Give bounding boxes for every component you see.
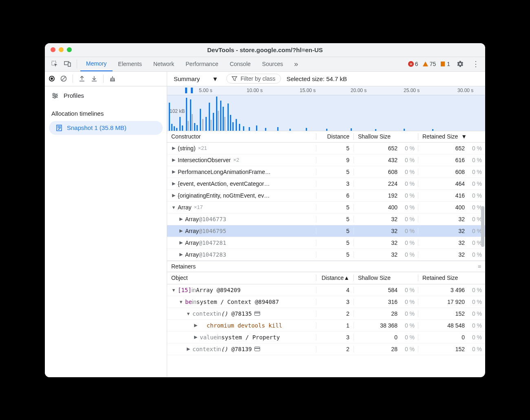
retainer-row[interactable]: ▶value in system / Property 3 00 % 00 % (167, 332, 485, 343)
timeline-bar (200, 109, 201, 131)
allocation-timeline[interactable]: 5.00 s 10.00 s 15.00 s 20.00 s 25.00 s 3… (167, 86, 485, 131)
filter-input[interactable]: Filter by class (226, 74, 281, 84)
window-title: DevTools - store.google.com/?hl=en-US (45, 46, 485, 53)
timeline-bar (205, 117, 207, 131)
col-distance[interactable]: Distance▲ (316, 275, 354, 281)
errors-badge[interactable]: ✕ 6 (408, 61, 418, 67)
timeline-bar (351, 128, 352, 131)
col-object[interactable]: Object (167, 275, 316, 281)
retainer-row[interactable]: ▼context in () @78135 2 280 % 1520 % (167, 308, 485, 320)
retainer-row[interactable]: ▼be in system / Context @894087 3 3160 %… (167, 296, 485, 308)
table-body: ▶(string)×21 5 6520 % 6520 % ▶Intersecti… (167, 143, 485, 261)
device-icon[interactable] (62, 58, 73, 70)
retainer-row[interactable]: ▶context in () @78139 2 280 % 1520 % (167, 343, 485, 355)
table-row[interactable]: ▶Array @1046795 5 320 % 320 % (167, 225, 485, 237)
clear-icon[interactable] (60, 75, 67, 82)
col-retained[interactable]: Retained Size▼ (418, 133, 485, 140)
col-shallow[interactable]: Shallow Size (354, 275, 418, 281)
error-icon: ✕ (408, 61, 414, 67)
separator (103, 75, 104, 83)
titlebar: DevTools - store.google.com/?hl=en-US (45, 43, 485, 57)
snapshot-label: Snapshot 1 (35.8 MB) (67, 124, 126, 131)
upload-icon[interactable] (79, 75, 85, 82)
timeline-bar (227, 103, 229, 131)
table-row[interactable]: ▶Array @1046773 5 320 % 320 % (167, 213, 485, 225)
profiles-header[interactable]: Profiles (45, 86, 167, 103)
timeline-bar (197, 125, 198, 131)
timeline-bar (202, 119, 203, 131)
gear-icon[interactable] (454, 60, 466, 68)
timeline-bar (179, 117, 181, 131)
timeline-bars (167, 95, 485, 131)
table-row[interactable]: ▶(string)×21 5 6520 % 6520 % (167, 143, 485, 154)
svg-point-6 (53, 93, 55, 95)
record-icon[interactable] (49, 76, 55, 81)
col-shallow[interactable]: Shallow Size (354, 133, 418, 140)
timeline-bar (326, 129, 327, 131)
issues-badge[interactable]: 1 (440, 61, 450, 67)
timeline-bar (216, 97, 217, 131)
table-row[interactable]: ▶Array @1047281 5 320 % 320 % (167, 237, 485, 249)
tab-elements[interactable]: Elements (113, 57, 148, 71)
menu-icon[interactable]: ≡ (478, 263, 481, 270)
tab-network[interactable]: Network (148, 57, 180, 71)
content-pane: Summary ▼ Filter by class Selected size:… (167, 72, 485, 377)
selection-handle-right[interactable] (191, 88, 193, 93)
table-row[interactable]: ▼Array×17 5 4000 % 4000 % (167, 202, 485, 213)
timeline-bar (190, 99, 191, 131)
svg-rect-2 (68, 63, 71, 66)
tab-sources[interactable]: Sources (256, 57, 289, 71)
timeline-bar (232, 122, 234, 131)
separator (73, 75, 73, 83)
col-distance[interactable]: Distance (316, 133, 354, 140)
more-tabs-icon[interactable]: » (290, 58, 302, 70)
table-row[interactable]: ▶Array @1047283 5 320 % 320 % (167, 249, 485, 261)
table-row[interactable]: ▶IntersectionObserver×2 9 4320 % 6160 % (167, 154, 485, 166)
table-row[interactable]: ▶{originatingEntity, noGtmEvent, ev… 6 1… (167, 190, 485, 202)
chevron-down-icon: ▼ (212, 75, 218, 82)
kebab-menu-icon[interactable]: ⋮ (470, 59, 481, 68)
time-ruler: 5.00 s 10.00 s 15.00 s 20.00 s 25.00 s 3… (167, 86, 485, 95)
download-icon[interactable] (91, 75, 97, 82)
timeline-bar (277, 127, 278, 131)
summary-label: Summary (174, 75, 200, 82)
selection-handle-left[interactable] (185, 88, 187, 93)
time-tick: 5.00 s (199, 88, 212, 93)
tab-performance[interactable]: Performance (180, 57, 224, 71)
constructors-table: Constructor Distance Shallow Size Retain… (167, 131, 485, 261)
sweep-icon[interactable] (109, 75, 116, 82)
devtools-window: DevTools - store.google.com/?hl=en-US Me… (45, 43, 485, 377)
warnings-badge[interactable]: 75 (422, 61, 436, 67)
col-retained[interactable]: Retained Size (418, 275, 485, 281)
retainer-row[interactable]: ▼[15] in Array @894209 4 5840 % 3 4960 % (167, 284, 485, 296)
summary-dropdown[interactable]: Summary ▼ (171, 75, 221, 82)
time-tick: 30.00 s (457, 88, 473, 93)
retainers-title: Retainers (171, 263, 196, 270)
timeline-bar (171, 124, 172, 131)
timeline-bar (249, 127, 250, 131)
content-toolbar: Summary ▼ Filter by class Selected size:… (167, 72, 485, 86)
warning-icon (422, 61, 428, 67)
time-tick: 10.00 s (247, 88, 263, 93)
tab-console[interactable]: Console (224, 57, 256, 71)
table-row[interactable]: ▶PerformanceLongAnimationFrame… 5 6080 %… (167, 166, 485, 178)
filter-icon (232, 76, 237, 81)
timeline-bar (404, 129, 405, 131)
timeline-bar (223, 107, 224, 131)
sidebar: Profiles Allocation timelines Snapshot 1… (45, 72, 167, 377)
sort-asc-icon: ▲ (344, 275, 349, 281)
scrollbar[interactable] (481, 206, 484, 247)
inspect-icon[interactable] (49, 58, 60, 70)
timeline-bar (375, 129, 376, 131)
time-tick: 15.00 s (300, 88, 316, 93)
table-row[interactable]: ▶{event, eventAction, eventCategor… 3 22… (167, 178, 485, 190)
retainers-body: ▼[15] in Array @894209 4 5840 % 3 4960 %… (167, 284, 485, 355)
timeline-bar (210, 120, 212, 131)
tab-memory[interactable]: Memory (80, 57, 113, 71)
table-header: Constructor Distance Shallow Size Retain… (167, 131, 485, 143)
retainer-row[interactable]: ▶__chromium_devtools_kill_ 1 38 3680 % 4… (167, 320, 485, 332)
retainers-header: Retainers ≡ (167, 261, 485, 272)
snapshot-item[interactable]: Snapshot 1 (35.8 MB) (49, 121, 163, 135)
timeline-bar (224, 117, 225, 131)
col-constructor[interactable]: Constructor (167, 133, 316, 140)
